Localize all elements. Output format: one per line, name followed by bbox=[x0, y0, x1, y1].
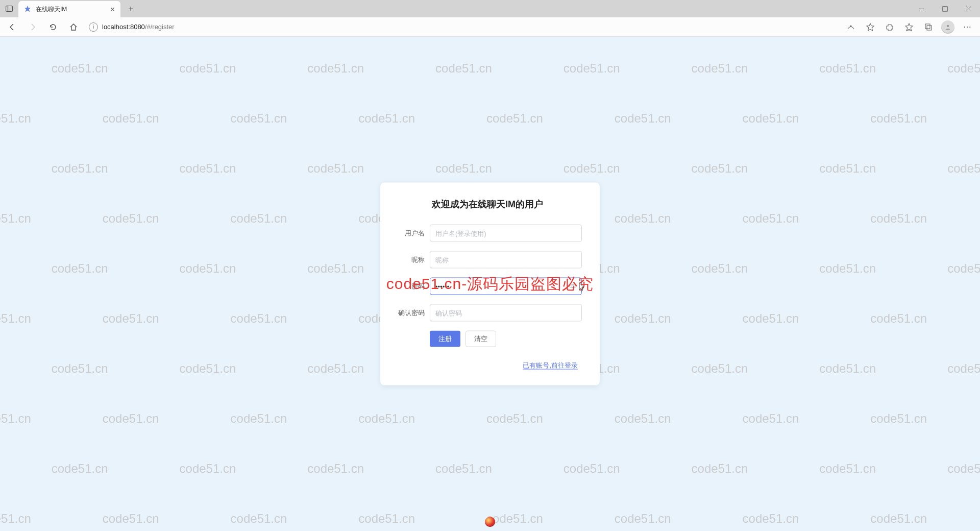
nickname-input[interactable] bbox=[430, 251, 582, 269]
extensions-icon[interactable] bbox=[881, 19, 898, 35]
more-menu-icon[interactable]: ⋯ bbox=[959, 19, 976, 35]
url-bar[interactable]: i localhost:8080/#/register bbox=[86, 19, 838, 35]
maximize-button[interactable] bbox=[933, 0, 957, 17]
password-label: 密码 bbox=[393, 282, 430, 291]
addressbar: i localhost:8080/#/register ⋯ bbox=[0, 17, 980, 37]
favorites-icon[interactable] bbox=[900, 19, 918, 35]
close-window-button[interactable] bbox=[957, 0, 980, 17]
titlebar: 在线聊天IM ✕ ＋ bbox=[0, 0, 980, 17]
nickname-label: 昵称 bbox=[393, 255, 430, 264]
confirm-password-input[interactable] bbox=[430, 304, 582, 322]
tabs-panel-icon[interactable] bbox=[0, 5, 18, 12]
tab-favicon-icon bbox=[23, 5, 32, 13]
page-viewport: code51.cncode51.cncode51.cncode51.cncode… bbox=[0, 37, 980, 531]
svg-point-6 bbox=[850, 25, 852, 27]
password-input[interactable] bbox=[430, 278, 582, 295]
username-label: 用户名 bbox=[393, 229, 430, 238]
tab-close-icon[interactable]: ✕ bbox=[110, 6, 115, 13]
new-tab-button[interactable]: ＋ bbox=[124, 2, 138, 16]
clear-button[interactable]: 清空 bbox=[465, 331, 496, 347]
register-card: 欢迎成为在线聊天IM的用户 用户名 昵称 密码 确认密码 bbox=[380, 183, 600, 385]
svg-point-11 bbox=[572, 285, 574, 287]
register-button[interactable]: 注册 bbox=[430, 331, 460, 347]
collections-icon[interactable] bbox=[920, 19, 937, 35]
url-text: localhost:8080/#/register bbox=[102, 23, 175, 31]
minimize-button[interactable] bbox=[910, 0, 933, 17]
back-button[interactable] bbox=[4, 19, 20, 35]
svg-point-10 bbox=[947, 25, 949, 27]
login-link[interactable]: 已有账号,前往登录 bbox=[523, 361, 578, 370]
confirm-password-label: 确认密码 bbox=[393, 308, 430, 318]
window-controls bbox=[910, 0, 980, 17]
forward-button[interactable] bbox=[24, 19, 41, 35]
browser-tab[interactable]: 在线聊天IM ✕ bbox=[18, 1, 120, 17]
profile-avatar[interactable] bbox=[939, 19, 957, 35]
svg-rect-8 bbox=[925, 24, 930, 29]
star-icon[interactable] bbox=[862, 19, 879, 35]
site-info-icon[interactable]: i bbox=[89, 22, 98, 32]
svg-rect-3 bbox=[943, 7, 947, 11]
emblem-icon bbox=[485, 517, 495, 527]
svg-rect-0 bbox=[6, 6, 13, 12]
card-title: 欢迎成为在线聊天IM的用户 bbox=[393, 198, 582, 210]
tab-title: 在线聊天IM bbox=[36, 5, 106, 14]
read-aloud-icon[interactable] bbox=[842, 19, 860, 35]
refresh-button[interactable] bbox=[45, 19, 61, 35]
svg-rect-9 bbox=[927, 26, 932, 30]
eye-icon[interactable] bbox=[569, 282, 577, 291]
home-button[interactable] bbox=[65, 19, 82, 35]
username-input[interactable] bbox=[430, 225, 582, 242]
